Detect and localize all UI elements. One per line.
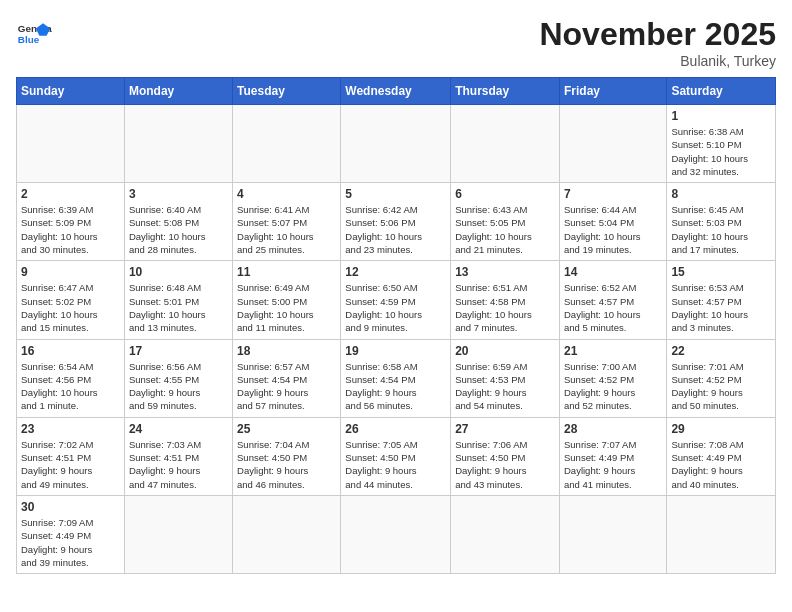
day-info: Sunrise: 6:54 AM Sunset: 4:56 PM Dayligh… bbox=[21, 360, 120, 413]
calendar-day-cell: 18Sunrise: 6:57 AM Sunset: 4:54 PM Dayli… bbox=[233, 339, 341, 417]
weekday-header-row: SundayMondayTuesdayWednesdayThursdayFrid… bbox=[17, 78, 776, 105]
weekday-header-cell: Tuesday bbox=[233, 78, 341, 105]
calendar-day-cell: 19Sunrise: 6:58 AM Sunset: 4:54 PM Dayli… bbox=[341, 339, 451, 417]
calendar-day-cell bbox=[124, 105, 232, 183]
calendar-day-cell: 8Sunrise: 6:45 AM Sunset: 5:03 PM Daylig… bbox=[667, 183, 776, 261]
day-number: 25 bbox=[237, 422, 336, 436]
day-number: 12 bbox=[345, 265, 446, 279]
calendar-day-cell bbox=[124, 495, 232, 573]
day-info: Sunrise: 6:57 AM Sunset: 4:54 PM Dayligh… bbox=[237, 360, 336, 413]
day-number: 1 bbox=[671, 109, 771, 123]
day-info: Sunrise: 7:03 AM Sunset: 4:51 PM Dayligh… bbox=[129, 438, 228, 491]
day-number: 27 bbox=[455, 422, 555, 436]
calendar-week-row: 9Sunrise: 6:47 AM Sunset: 5:02 PM Daylig… bbox=[17, 261, 776, 339]
day-number: 28 bbox=[564, 422, 662, 436]
day-info: Sunrise: 6:47 AM Sunset: 5:02 PM Dayligh… bbox=[21, 281, 120, 334]
weekday-header-cell: Sunday bbox=[17, 78, 125, 105]
calendar-day-cell: 16Sunrise: 6:54 AM Sunset: 4:56 PM Dayli… bbox=[17, 339, 125, 417]
day-info: Sunrise: 6:59 AM Sunset: 4:53 PM Dayligh… bbox=[455, 360, 555, 413]
calendar-day-cell: 27Sunrise: 7:06 AM Sunset: 4:50 PM Dayli… bbox=[451, 417, 560, 495]
day-info: Sunrise: 7:07 AM Sunset: 4:49 PM Dayligh… bbox=[564, 438, 662, 491]
day-info: Sunrise: 6:53 AM Sunset: 4:57 PM Dayligh… bbox=[671, 281, 771, 334]
calendar-day-cell: 10Sunrise: 6:48 AM Sunset: 5:01 PM Dayli… bbox=[124, 261, 232, 339]
day-number: 22 bbox=[671, 344, 771, 358]
day-number: 17 bbox=[129, 344, 228, 358]
day-number: 18 bbox=[237, 344, 336, 358]
page-header: General Blue November 2025 Bulanik, Turk… bbox=[16, 16, 776, 69]
weekday-header-cell: Friday bbox=[559, 78, 666, 105]
day-info: Sunrise: 6:56 AM Sunset: 4:55 PM Dayligh… bbox=[129, 360, 228, 413]
calendar-day-cell: 5Sunrise: 6:42 AM Sunset: 5:06 PM Daylig… bbox=[341, 183, 451, 261]
day-number: 14 bbox=[564, 265, 662, 279]
calendar-day-cell bbox=[341, 105, 451, 183]
calendar-week-row: 16Sunrise: 6:54 AM Sunset: 4:56 PM Dayli… bbox=[17, 339, 776, 417]
calendar-day-cell bbox=[559, 105, 666, 183]
calendar-day-cell: 13Sunrise: 6:51 AM Sunset: 4:58 PM Dayli… bbox=[451, 261, 560, 339]
calendar-day-cell: 22Sunrise: 7:01 AM Sunset: 4:52 PM Dayli… bbox=[667, 339, 776, 417]
day-number: 11 bbox=[237, 265, 336, 279]
day-number: 13 bbox=[455, 265, 555, 279]
day-info: Sunrise: 7:00 AM Sunset: 4:52 PM Dayligh… bbox=[564, 360, 662, 413]
day-info: Sunrise: 6:44 AM Sunset: 5:04 PM Dayligh… bbox=[564, 203, 662, 256]
calendar-day-cell: 25Sunrise: 7:04 AM Sunset: 4:50 PM Dayli… bbox=[233, 417, 341, 495]
day-info: Sunrise: 6:49 AM Sunset: 5:00 PM Dayligh… bbox=[237, 281, 336, 334]
weekday-header-cell: Thursday bbox=[451, 78, 560, 105]
calendar-week-row: 1Sunrise: 6:38 AM Sunset: 5:10 PM Daylig… bbox=[17, 105, 776, 183]
day-number: 7 bbox=[564, 187, 662, 201]
day-info: Sunrise: 7:02 AM Sunset: 4:51 PM Dayligh… bbox=[21, 438, 120, 491]
day-number: 4 bbox=[237, 187, 336, 201]
day-info: Sunrise: 6:50 AM Sunset: 4:59 PM Dayligh… bbox=[345, 281, 446, 334]
day-number: 26 bbox=[345, 422, 446, 436]
day-info: Sunrise: 6:58 AM Sunset: 4:54 PM Dayligh… bbox=[345, 360, 446, 413]
calendar-day-cell: 14Sunrise: 6:52 AM Sunset: 4:57 PM Dayli… bbox=[559, 261, 666, 339]
location-subtitle: Bulanik, Turkey bbox=[539, 53, 776, 69]
day-number: 6 bbox=[455, 187, 555, 201]
calendar-day-cell bbox=[451, 495, 560, 573]
calendar-body: 1Sunrise: 6:38 AM Sunset: 5:10 PM Daylig… bbox=[17, 105, 776, 574]
general-blue-logo-icon: General Blue bbox=[16, 16, 52, 52]
calendar-day-cell: 24Sunrise: 7:03 AM Sunset: 4:51 PM Dayli… bbox=[124, 417, 232, 495]
calendar-day-cell: 26Sunrise: 7:05 AM Sunset: 4:50 PM Dayli… bbox=[341, 417, 451, 495]
day-number: 30 bbox=[21, 500, 120, 514]
calendar-day-cell: 11Sunrise: 6:49 AM Sunset: 5:00 PM Dayli… bbox=[233, 261, 341, 339]
calendar-table: SundayMondayTuesdayWednesdayThursdayFrid… bbox=[16, 77, 776, 574]
day-number: 24 bbox=[129, 422, 228, 436]
calendar-day-cell bbox=[233, 495, 341, 573]
calendar-day-cell: 30Sunrise: 7:09 AM Sunset: 4:49 PM Dayli… bbox=[17, 495, 125, 573]
calendar-week-row: 2Sunrise: 6:39 AM Sunset: 5:09 PM Daylig… bbox=[17, 183, 776, 261]
weekday-header-cell: Monday bbox=[124, 78, 232, 105]
calendar-week-row: 23Sunrise: 7:02 AM Sunset: 4:51 PM Dayli… bbox=[17, 417, 776, 495]
calendar-day-cell: 6Sunrise: 6:43 AM Sunset: 5:05 PM Daylig… bbox=[451, 183, 560, 261]
day-info: Sunrise: 6:40 AM Sunset: 5:08 PM Dayligh… bbox=[129, 203, 228, 256]
day-number: 21 bbox=[564, 344, 662, 358]
calendar-day-cell: 2Sunrise: 6:39 AM Sunset: 5:09 PM Daylig… bbox=[17, 183, 125, 261]
calendar-week-row: 30Sunrise: 7:09 AM Sunset: 4:49 PM Dayli… bbox=[17, 495, 776, 573]
day-number: 19 bbox=[345, 344, 446, 358]
title-area: November 2025 Bulanik, Turkey bbox=[539, 16, 776, 69]
svg-text:Blue: Blue bbox=[18, 34, 40, 45]
logo-area: General Blue bbox=[16, 16, 52, 52]
day-info: Sunrise: 6:51 AM Sunset: 4:58 PM Dayligh… bbox=[455, 281, 555, 334]
calendar-day-cell: 17Sunrise: 6:56 AM Sunset: 4:55 PM Dayli… bbox=[124, 339, 232, 417]
calendar-day-cell bbox=[559, 495, 666, 573]
day-number: 5 bbox=[345, 187, 446, 201]
calendar-day-cell bbox=[233, 105, 341, 183]
calendar-day-cell: 1Sunrise: 6:38 AM Sunset: 5:10 PM Daylig… bbox=[667, 105, 776, 183]
calendar-day-cell: 29Sunrise: 7:08 AM Sunset: 4:49 PM Dayli… bbox=[667, 417, 776, 495]
weekday-header-cell: Wednesday bbox=[341, 78, 451, 105]
calendar-day-cell bbox=[667, 495, 776, 573]
calendar-day-cell: 15Sunrise: 6:53 AM Sunset: 4:57 PM Dayli… bbox=[667, 261, 776, 339]
day-number: 29 bbox=[671, 422, 771, 436]
day-number: 9 bbox=[21, 265, 120, 279]
calendar-day-cell: 28Sunrise: 7:07 AM Sunset: 4:49 PM Dayli… bbox=[559, 417, 666, 495]
day-info: Sunrise: 7:08 AM Sunset: 4:49 PM Dayligh… bbox=[671, 438, 771, 491]
day-number: 20 bbox=[455, 344, 555, 358]
day-info: Sunrise: 6:41 AM Sunset: 5:07 PM Dayligh… bbox=[237, 203, 336, 256]
calendar-day-cell bbox=[451, 105, 560, 183]
day-info: Sunrise: 6:52 AM Sunset: 4:57 PM Dayligh… bbox=[564, 281, 662, 334]
day-number: 2 bbox=[21, 187, 120, 201]
day-info: Sunrise: 7:04 AM Sunset: 4:50 PM Dayligh… bbox=[237, 438, 336, 491]
month-title: November 2025 bbox=[539, 16, 776, 53]
calendar-day-cell bbox=[17, 105, 125, 183]
calendar-day-cell: 12Sunrise: 6:50 AM Sunset: 4:59 PM Dayli… bbox=[341, 261, 451, 339]
